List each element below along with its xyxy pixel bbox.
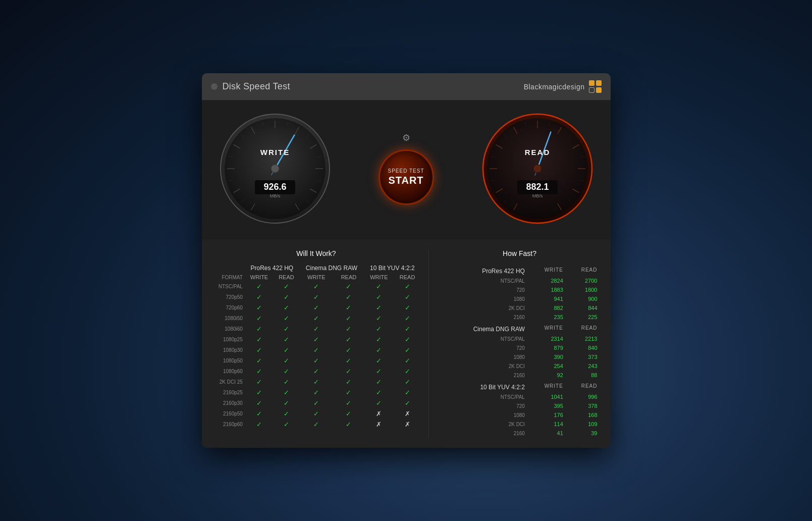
wiw-value-cell: ✓ bbox=[394, 302, 421, 313]
wiw-value-cell: ✓ bbox=[245, 408, 274, 419]
check-icon: ✓ bbox=[256, 336, 262, 343]
hf-write-cell: 941 bbox=[528, 294, 566, 303]
table-row: 1080p50✓✓✓✓✓✓ bbox=[212, 355, 421, 366]
wiw-value-cell: ✓ bbox=[274, 398, 299, 408]
start-button[interactable]: SPEED TEST START bbox=[378, 149, 434, 205]
wiw-format-cell: 720p60 bbox=[212, 302, 245, 313]
wiw-value-cell: ✓ bbox=[394, 281, 421, 292]
wiw-value-cell: ✓ bbox=[245, 324, 274, 334]
hf-format-cell: 2K DCI bbox=[439, 361, 528, 371]
hf-data-row: 2K DCI114109 bbox=[439, 420, 601, 429]
check-icon: ✓ bbox=[256, 378, 262, 386]
wiw-value-cell: ✓ bbox=[274, 419, 299, 430]
wiw-col-format: FORMAT bbox=[212, 273, 245, 281]
check-icon: ✓ bbox=[256, 389, 262, 396]
wiw-value-cell: ✓ bbox=[334, 324, 364, 334]
wiw-value-cell: ✓ bbox=[334, 408, 364, 419]
svg-point-56 bbox=[533, 165, 542, 173]
wiw-value-cell: ✓ bbox=[274, 281, 299, 292]
wiw-value-cell: ✓ bbox=[245, 387, 274, 398]
check-icon: ✓ bbox=[256, 421, 262, 428]
wiw-value-cell: ✓ bbox=[299, 398, 334, 408]
table-row: 2160p50✓✓✓✓✗✗ bbox=[212, 408, 421, 419]
check-icon: ✓ bbox=[376, 283, 382, 290]
hf-tbody: ProRes 422 HQWRITEREADNTSC/PAL2824270072… bbox=[439, 264, 601, 438]
wiw-col-w2: WRITE bbox=[299, 273, 334, 281]
hf-format-cell: 2K DCI bbox=[439, 420, 528, 429]
check-icon: ✓ bbox=[405, 304, 410, 311]
wiw-value-cell: ✓ bbox=[274, 292, 299, 302]
hf-read-cell: 840 bbox=[566, 343, 601, 352]
hf-data-row: 72018831800 bbox=[439, 285, 601, 294]
check-icon: ✓ bbox=[346, 357, 351, 364]
check-icon: ✓ bbox=[376, 378, 382, 386]
check-icon: ✓ bbox=[284, 346, 289, 354]
svg-text:READ: READ bbox=[524, 148, 550, 157]
wiw-format-cell: 2160p60 bbox=[212, 419, 245, 430]
svg-text:WRITE: WRITE bbox=[260, 148, 289, 157]
wiw-col-r1: READ bbox=[274, 273, 299, 281]
center-controls: ⚙ SPEED TEST START bbox=[378, 132, 434, 205]
wiw-value-cell: ✓ bbox=[364, 387, 394, 398]
wiw-value-cell: ✓ bbox=[394, 387, 421, 398]
hf-format-cell: 1080 bbox=[439, 352, 528, 361]
wiw-value-cell: ✓ bbox=[274, 313, 299, 324]
wiw-value-cell: ✓ bbox=[274, 366, 299, 377]
table-row: 2160p60✓✓✓✓✗✗ bbox=[212, 419, 421, 430]
hf-read-cell: 996 bbox=[566, 392, 601, 401]
settings-icon[interactable]: ⚙ bbox=[402, 132, 410, 143]
wiw-value-cell: ✓ bbox=[299, 313, 334, 324]
hf-format-cell: 1080 bbox=[439, 410, 528, 420]
cross-icon: ✗ bbox=[376, 421, 382, 428]
wiw-value-cell: ✓ bbox=[364, 313, 394, 324]
hf-write-cell: 41 bbox=[528, 429, 566, 438]
cross-icon: ✗ bbox=[405, 410, 410, 418]
brand-sq-3 bbox=[589, 87, 594, 93]
hf-format-cell: 2160 bbox=[439, 429, 528, 438]
check-icon: ✓ bbox=[284, 336, 289, 343]
wiw-value-cell: ✓ bbox=[394, 366, 421, 377]
wiw-value-cell: ✓ bbox=[364, 366, 394, 377]
svg-text:882.1: 882.1 bbox=[526, 182, 549, 192]
hf-read-cell: 88 bbox=[566, 371, 601, 380]
table-row: 1080i50✓✓✓✓✓✓ bbox=[212, 313, 421, 324]
wiw-value-cell: ✓ bbox=[394, 292, 421, 302]
hf-data-row: 2K DCI254243 bbox=[439, 361, 601, 371]
app-window: Disk Speed Test Blackmagicdesign bbox=[202, 73, 611, 448]
wiw-value-cell: ✓ bbox=[245, 355, 274, 366]
hf-data-row: 1080176168 bbox=[439, 410, 601, 420]
wiw-value-cell: ✓ bbox=[364, 345, 394, 355]
wiw-value-cell: ✓ bbox=[394, 377, 421, 387]
will-it-work-panel: Will It Work? ProRes 422 HQ Cinema DNG R… bbox=[212, 249, 429, 438]
hf-read-cell: 2213 bbox=[566, 334, 601, 343]
check-icon: ✓ bbox=[256, 357, 262, 364]
hf-group-name: 10 Bit YUV 4:2:2 bbox=[439, 380, 528, 392]
wiw-value-cell: ✓ bbox=[299, 377, 334, 387]
check-icon: ✓ bbox=[284, 410, 289, 418]
hf-read-cell: 168 bbox=[566, 410, 601, 420]
hf-format-cell: 720 bbox=[439, 343, 528, 352]
write-gauge: WRITE 926.6 MB/s bbox=[217, 111, 333, 227]
hf-group-name: Cinema DNG RAW bbox=[439, 322, 528, 334]
wiw-value-cell: ✓ bbox=[394, 313, 421, 324]
table-row: 2160p30✓✓✓✓✓✓ bbox=[212, 398, 421, 408]
check-icon: ✓ bbox=[405, 389, 410, 396]
wiw-group-cdng: Cinema DNG RAW bbox=[299, 264, 364, 273]
table-row: 1080p30✓✓✓✓✓✓ bbox=[212, 345, 421, 355]
wiw-col-w1: WRITE bbox=[245, 273, 274, 281]
table-row: NTSC/PAL✓✓✓✓✓✓ bbox=[212, 281, 421, 292]
check-icon: ✓ bbox=[313, 283, 319, 290]
hf-data-row: 2160235225 bbox=[439, 312, 601, 322]
close-button[interactable] bbox=[211, 83, 218, 90]
check-icon: ✓ bbox=[376, 336, 382, 343]
wiw-value-cell: ✓ bbox=[245, 281, 274, 292]
wiw-format-cell: 1080i50 bbox=[212, 313, 245, 324]
check-icon: ✓ bbox=[256, 293, 262, 301]
check-icon: ✓ bbox=[376, 368, 382, 375]
svg-text:926.6: 926.6 bbox=[263, 182, 286, 192]
brand-name: Blackmagicdesign bbox=[524, 83, 585, 91]
check-icon: ✓ bbox=[313, 293, 319, 301]
check-icon: ✓ bbox=[405, 399, 410, 407]
wiw-value-cell: ✓ bbox=[299, 419, 334, 430]
hf-col-read: READ bbox=[566, 322, 601, 334]
